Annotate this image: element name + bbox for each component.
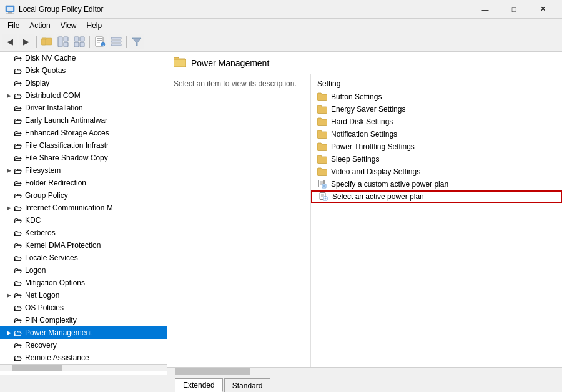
svg-text:✓: ✓ (102, 42, 105, 46)
right-panel: Power Management Select an item to view … (167, 52, 562, 375)
tree-item-kerberos[interactable]: 🗁 Kerberos (0, 227, 167, 239)
expand-spacer (5, 117, 12, 124)
expand-icon-filesystem[interactable]: ▶ (5, 167, 12, 174)
tree-item-kerneldma[interactable]: 🗁 Kernel DMA Protection (0, 239, 167, 252)
folder-icon: 🗁 (12, 228, 22, 237)
expand-spacer (5, 154, 12, 162)
tree-item-mitigationoptions[interactable]: 🗁 Mitigation Options (0, 277, 167, 289)
tree-item-localeservices[interactable]: 🗁 Locale Services (0, 252, 167, 264)
menu-view[interactable]: View (56, 20, 82, 31)
settings-item-selectplan[interactable]: Select an active power plan (311, 190, 562, 203)
tree-item-remoteassistance[interactable]: 🗁 Remote Assistance (0, 351, 167, 364)
expand-spacer (5, 104, 12, 112)
svg-rect-10 (74, 37, 79, 41)
tree-item-label: Enhanced Storage Acces (25, 129, 167, 137)
menu-action[interactable]: Action (24, 20, 55, 31)
maximize-button[interactable]: □ (500, 0, 528, 19)
settings-item-label: Select an active power plan (332, 192, 424, 201)
settings-item-specifyplan[interactable]: Specify a custom active power plan (311, 178, 562, 190)
expand-spacer (5, 54, 12, 62)
folder-icon: 🗁 (12, 179, 22, 187)
settings-item-label: Hard Disk Settings (331, 117, 393, 126)
main-area: 🗁 Disk NV Cache 🗁 Disk Quotas 🗁 Display … (0, 51, 562, 375)
app-icon (5, 4, 15, 14)
minimize-button[interactable]: — (471, 0, 500, 19)
title-bar: Local Group Policy Editor — □ ✕ (0, 0, 562, 19)
expand-icon-distributedcom[interactable]: ▶ (5, 92, 12, 99)
tree-item-display[interactable]: 🗁 Display (0, 77, 167, 89)
folder-icon: 🗁 (12, 54, 22, 62)
tree-item-recovery[interactable]: 🗁 Recovery (0, 339, 167, 351)
tree-item-earlylaunch[interactable]: 🗁 Early Launch Antimalwar (0, 114, 167, 127)
tab-extended[interactable]: Extended (175, 378, 223, 392)
tab-bar: Extended Standard (0, 375, 562, 392)
tree-item-label: Kernel DMA Protection (25, 241, 167, 250)
expand-icon-internetcomm[interactable]: ▶ (5, 204, 12, 212)
toolbar-up[interactable] (39, 34, 54, 49)
settings-item-sleep[interactable]: Sleep Settings (311, 153, 562, 165)
folder-icon: 🗁 (12, 216, 22, 225)
settings-item-powerthrottling[interactable]: Power Throttling Settings (311, 140, 562, 153)
tree-item-diskquotas[interactable]: 🗁 Disk Quotas (0, 64, 167, 77)
tree-item-folderredirection[interactable]: 🗁 Folder Redirection (0, 177, 167, 189)
settings-item-energysaver[interactable]: Energy Saver Settings (311, 103, 562, 115)
settings-pane[interactable]: Setting Button Settings (311, 74, 562, 367)
menu-help[interactable]: Help (82, 20, 107, 31)
toolbar-back[interactable]: ◀ (2, 34, 17, 49)
folder-icon: 🗁 (12, 266, 22, 275)
tree-item-netlogon[interactable]: ▶ 🗁 Net Logon (0, 289, 167, 301)
svg-rect-12 (74, 42, 79, 47)
tree-item-disknvcache[interactable]: 🗁 Disk NV Cache (0, 52, 167, 64)
menu-file[interactable]: File (2, 20, 24, 31)
tree-item-grouppolicy[interactable]: 🗁 Group Policy (0, 189, 167, 202)
pm-header: Power Management (167, 52, 562, 74)
tree-item-filesystem[interactable]: ▶ 🗁 Filesystem (0, 164, 167, 177)
tree-item-logon[interactable]: 🗁 Logon (0, 264, 167, 277)
tree-item-label: Group Policy (25, 191, 167, 200)
hscroll-thumb[interactable] (175, 368, 250, 375)
right-panel-hscroll[interactable] (167, 367, 562, 375)
pm-title: Power Management (191, 58, 269, 68)
expand-spacer (5, 354, 12, 361)
tree-item-label: Early Launch Antimalwar (25, 116, 167, 125)
toolbar-policy[interactable]: ✓ (92, 34, 107, 49)
settings-item-label: Energy Saver Settings (331, 105, 405, 114)
tree-item-internetcommunication[interactable]: ▶ 🗁 Internet Communication M (0, 202, 167, 214)
settings-item-videodisplay[interactable]: Video and Display Settings (311, 165, 562, 178)
settings-folder-icon (317, 130, 327, 139)
settings-doc-icon (317, 180, 327, 189)
settings-folder-icon (317, 142, 327, 151)
toolbar: ◀ ▶ ✓ (0, 32, 562, 51)
svg-rect-21 (111, 41, 121, 42)
expand-icon-powermgmt[interactable]: ▶ (5, 329, 12, 336)
settings-item-harddisk[interactable]: Hard Disk Settings (311, 115, 562, 128)
settings-item-notification[interactable]: Notification Settings (311, 128, 562, 140)
svg-rect-9 (64, 42, 68, 47)
close-button[interactable]: ✕ (528, 0, 557, 19)
tree-item-powermanagement[interactable]: ▶ 🗁 Power Management (0, 326, 167, 339)
folder-icon: 🗁 (12, 91, 22, 100)
folder-icon-selected: 🗁 (12, 328, 22, 337)
tree-item-distributedcom[interactable]: ▶ 🗁 Distributed COM (0, 89, 167, 102)
settings-item-buttonsettings[interactable]: Button Settings (311, 91, 562, 103)
expand-icon-netlogon[interactable]: ▶ (5, 292, 12, 299)
tree-item-kdc[interactable]: 🗁 KDC (0, 214, 167, 227)
toolbar-forward[interactable]: ▶ (19, 34, 34, 49)
tree-item-pincomplexity[interactable]: 🗁 PIN Complexity (0, 314, 167, 326)
tree-item-fileshareshadow[interactable]: 🗁 File Share Shadow Copy (0, 152, 167, 164)
svg-rect-11 (80, 37, 84, 41)
toolbar-grid[interactable] (72, 34, 87, 49)
svg-rect-2 (8, 12, 12, 14)
tree-item-label: Internet Communication M (25, 203, 167, 212)
tab-standard[interactable]: Standard (224, 378, 271, 392)
tree-item-ospolicies[interactable]: 🗁 OS Policies (0, 301, 167, 314)
tree-panel[interactable]: 🗁 Disk NV Cache 🗁 Disk Quotas 🗁 Display … (0, 52, 167, 375)
toolbar-show-hide[interactable] (56, 34, 71, 49)
toolbar-sep3 (126, 36, 127, 48)
toolbar-filter[interactable] (129, 34, 144, 49)
tree-item-enhancedstorage[interactable]: 🗁 Enhanced Storage Acces (0, 127, 167, 139)
tree-item-driverinstallation[interactable]: 🗁 Driver Installation (0, 102, 167, 114)
tree-item-fileclassification[interactable]: 🗁 File Classification Infrastr (0, 139, 167, 152)
tree-item-label: Locale Services (25, 253, 167, 262)
toolbar-view-mode[interactable] (109, 34, 124, 49)
